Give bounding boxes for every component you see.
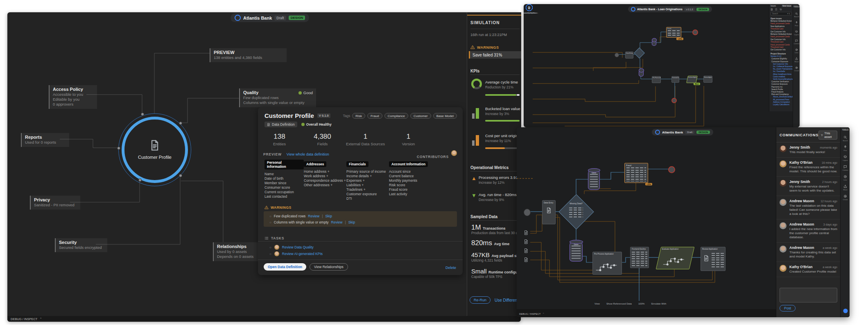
rerun-button[interactable]: Re-Run [470,296,491,304]
simulate-with-control[interactable]: Simulate With [651,302,666,305]
task-avatar [274,251,279,256]
history-icon[interactable] [780,8,782,11]
asset-filter-chip[interactable]: This asset [818,131,837,140]
view-relationships-button[interactable]: View Relationships [310,263,348,271]
show-referenced-data-control[interactable]: Show Referenced Data [606,302,632,305]
search-tool-icon[interactable]: Search [843,135,848,142]
ring-dot[interactable] [141,113,144,116]
kpis-label: KPIs [470,69,479,73]
node-review[interactable]: Review Application [701,247,726,271]
tree-row[interactable]: Allow Installment Amts [769,73,793,76]
debug-inspect-bar[interactable]: DEBUG / INSPECT ⌃ [7,316,521,322]
contributor-avatar[interactable] [451,150,457,156]
tag-chip[interactable]: Customer [410,113,431,119]
doc-icon[interactable] [524,230,529,236]
node-evaluate[interactable]: Evaluate Application [656,247,695,269]
view-data-definition-link[interactable]: View whole data definition [287,152,329,156]
tag-chip[interactable]: Fraud [367,113,382,119]
view-control[interactable]: View [594,302,600,305]
search-placeholder: Search [772,13,778,15]
task-checkbox[interactable]: ○ [269,252,271,256]
tag-chip[interactable]: Risk [352,113,365,119]
share-tool-icon[interactable]: Share [843,185,848,191]
new-issue-chip[interactable]: New Issue [782,5,792,7]
node-fraud[interactable]: Fraud [624,163,648,183]
task-checkbox[interactable]: ○ [269,246,271,249]
ring-dot[interactable] [179,174,182,177]
delete-link[interactable]: Delete [445,266,456,270]
commenter-name: Jenny Smith [789,180,810,184]
skip-link[interactable]: Skip [325,214,332,218]
debug-inspect-label: DEBUG / INSPECT [11,317,37,321]
start-node[interactable] [615,53,619,57]
node-save-db[interactable] [639,70,644,77]
doc-icon[interactable] [524,257,529,263]
tag-chip[interactable]: Base Model [433,113,457,119]
filter-sort-icons[interactable]: ▼⇅ [787,13,790,15]
doc-icon[interactable] [771,8,773,11]
comment-input[interactable] [780,288,837,302]
layers-tool-icon[interactable]: Layers [794,30,799,36]
comment: Kathy O'Brian 16 mins ago Fixed the refe… [776,158,841,177]
post-button[interactable]: Post [780,305,796,311]
node-frontend-decline[interactable]: Frontend Decline [630,247,649,268]
sim-warning-box[interactable]: Save failed 31% [469,51,521,59]
review-link[interactable]: Review [331,220,343,224]
layers-tool-icon[interactable]: Layers [843,155,848,161]
start-node[interactable] [524,209,531,216]
share-tool-icon[interactable]: Share [794,57,799,63]
ring-dot[interactable] [117,147,120,150]
end-node[interactable] [668,166,675,173]
bookmark-icon[interactable] [775,8,778,11]
issue-row[interactable]: fraud_processed Cards [769,36,793,38]
end-node[interactable] [671,98,677,103]
field-item: Last activity [389,192,432,196]
task-link[interactable]: Review Data Quality [282,245,314,249]
create-tool-icon[interactable]: Create [843,194,848,201]
node-save-db[interactable] [652,39,656,46]
node-pre-process[interactable]: Pre-Process Application [652,76,661,83]
create-tool-icon[interactable]: Create [794,66,799,72]
node-data-entry[interactable]: Data Entry [542,200,556,224]
rail-asset-item[interactable] [524,4,538,12]
node-pre-process[interactable]: Pre-Process Application [592,252,622,275]
node-review[interactable]: Review Application [703,76,712,83]
commenter-avatar [780,145,787,152]
asset-detail-card: Customer Profile V 0.1.0 Data Definition… [258,107,463,275]
search-tool-icon[interactable]: Search [794,12,799,18]
tree-row[interactable]: Above_threshold Default Amounts [769,96,793,98]
pins-tool-icon[interactable]: Pins [795,21,798,27]
comms-tool-icon[interactable]: Comms [843,165,848,171]
node-save-db[interactable]: Save [570,241,583,262]
tag-chip[interactable]: Compliance [384,113,408,119]
doc-icon[interactable] [524,248,529,254]
lens-tool-icon[interactable]: Lens [843,175,847,181]
review-link[interactable]: Review [308,214,319,218]
node-evaluate[interactable]: Evaluate Application [686,76,698,83]
user-avatar[interactable] [843,309,848,313]
doc-icon[interactable] [524,239,529,245]
simulation-title: SIMULATION [470,20,500,25]
pins-tool-icon[interactable]: Pins [843,145,847,151]
stat-cell: 138 Entities [258,133,301,146]
zoom-level[interactable]: 100% [638,302,644,305]
node-fraud[interactable]: Fraud [666,27,681,38]
comms-tool-icon[interactable]: Comms [794,39,800,45]
tree-row[interactable]: Loyalty Calculations [769,104,793,106]
skip-link[interactable]: Skip [348,220,355,224]
open-data-definition-button[interactable]: Open Data Definition [264,263,306,271]
type-chip[interactable]: Data Definition [264,122,297,127]
tags-label: Tags [343,114,350,118]
warning-text: Columns with single value or empty [274,220,329,224]
node-data-entry[interactable]: Data Entry [625,52,633,59]
debug-inspect-label[interactable]: DEBUG / INSPECT [519,313,540,315]
lens-tool-icon[interactable]: Lens [795,48,798,54]
ring-dot[interactable] [179,122,182,125]
ring-dot[interactable] [138,178,142,182]
node-frontend-decline[interactable]: Frontend Decline [671,76,679,83]
task-link[interactable]: Review AI-generated KPIs [282,252,323,256]
end-node[interactable] [692,29,698,35]
sidebar-search-input[interactable]: Search▼⇅ [771,12,792,16]
issue-row[interactable]: fraud_processed Cards [769,23,793,25]
node-save-db[interactable]: Save [588,169,600,190]
